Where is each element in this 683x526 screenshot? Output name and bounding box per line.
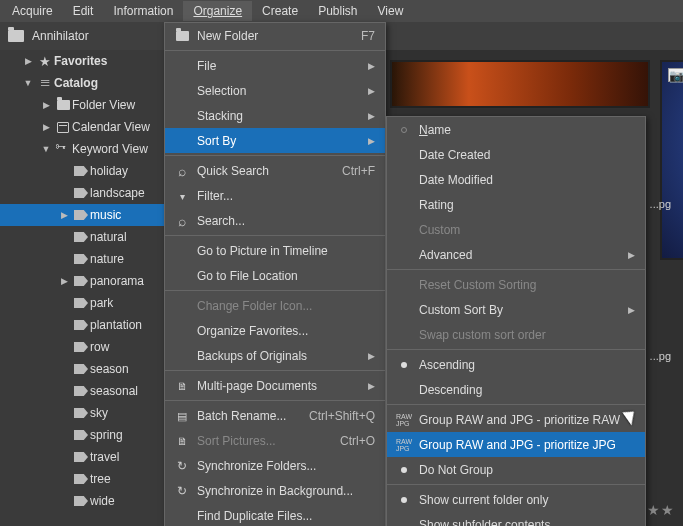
menu-organize[interactable]: Organize — [183, 1, 252, 21]
submenu-arrow-icon: ▶ — [354, 111, 375, 121]
menu-item-label: Go to File Location — [193, 269, 375, 283]
organize-menu-item[interactable]: Batch Rename...Ctrl+Shift+Q — [165, 403, 385, 428]
menu-edit[interactable]: Edit — [63, 1, 104, 21]
sortby-menu-item[interactable]: Name — [387, 117, 645, 142]
radio-on-icon — [401, 497, 407, 503]
menu-item-label: Name — [415, 123, 635, 137]
menu-create[interactable]: Create — [252, 1, 308, 21]
organize-menu-item[interactable]: Quick SearchCtrl+F — [165, 158, 385, 183]
organize-menu-item[interactable]: Selection▶ — [165, 78, 385, 103]
tag-icon — [74, 496, 88, 506]
sortby-menu-item[interactable]: Show current folder only — [387, 487, 645, 512]
sortby-menu-item[interactable]: Advanced▶ — [387, 242, 645, 267]
tag-icon — [74, 430, 88, 440]
menu-item-label: Synchronize in Background... — [193, 484, 375, 498]
path-segment[interactable]: Annihilator — [32, 29, 89, 43]
organize-menu-item[interactable]: Go to Picture in Timeline — [165, 238, 385, 263]
menu-item-label: Advanced — [415, 248, 614, 262]
organize-menu-item[interactable]: Synchronize in Background... — [165, 478, 385, 503]
tag-icon — [74, 232, 88, 242]
menu-shortcut: F7 — [341, 29, 375, 43]
tag-icon — [74, 298, 88, 308]
menu-publish[interactable]: Publish — [308, 1, 367, 21]
sortby-submenu: NameDate CreatedDate ModifiedRatingCusto… — [386, 116, 646, 526]
organize-menu-item[interactable]: File▶ — [165, 53, 385, 78]
menu-item-label: Search... — [193, 214, 375, 228]
menu-item-label: Organize Favorites... — [193, 324, 375, 338]
menu-item-label: Date Modified — [415, 173, 635, 187]
thumb-rating[interactable]: ★★ — [647, 502, 675, 518]
organize-menu-item[interactable]: Search... — [165, 208, 385, 233]
sync-icon — [177, 484, 187, 498]
search-icon — [178, 163, 186, 179]
menu-information[interactable]: Information — [103, 1, 183, 21]
organize-menu-item[interactable]: Stacking▶ — [165, 103, 385, 128]
submenu-arrow-icon: ▶ — [354, 381, 375, 391]
radio-on-icon — [401, 467, 407, 473]
thumbnail[interactable] — [390, 60, 650, 108]
tag-icon — [74, 276, 88, 286]
organize-menu-item[interactable]: Go to File Location — [165, 263, 385, 288]
sortby-menu-item[interactable]: Descending — [387, 377, 645, 402]
sortby-menu-item[interactable]: Do Not Group — [387, 457, 645, 482]
menu-view[interactable]: View — [368, 1, 414, 21]
batch-icon — [177, 409, 187, 423]
camera-badge-icon: 📷 — [668, 68, 683, 82]
thumbnail[interactable]: 📷 🏷 ↻ — [660, 60, 683, 260]
folder-icon — [57, 100, 70, 110]
menu-item-label: Filter... — [193, 189, 375, 203]
submenu-arrow-icon: ▶ — [354, 86, 375, 96]
tag-icon — [74, 210, 88, 220]
menu-item-label: Batch Rename... — [193, 409, 289, 423]
menu-item-label: Group RAW and JPG - prioritize JPG — [415, 438, 635, 452]
menu-item-label: Custom — [415, 223, 635, 237]
menu-item-label: File — [193, 59, 354, 73]
tag-icon — [74, 386, 88, 396]
organize-menu: New FolderF7File▶Selection▶Stacking▶Sort… — [164, 22, 386, 526]
menu-item-label: Go to Picture in Timeline — [193, 244, 375, 258]
menu-item-label: Swap custom sort order — [415, 328, 635, 342]
sortby-menu-item[interactable]: Show subfolder contents — [387, 512, 645, 526]
organize-menu-item[interactable]: Backups of Originals▶ — [165, 343, 385, 368]
menu-item-label: Selection — [193, 84, 354, 98]
tag-icon — [74, 474, 88, 484]
sortby-menu-item[interactable]: Ascending — [387, 352, 645, 377]
organize-menu-item[interactable]: Synchronize Folders... — [165, 453, 385, 478]
radio-off-icon — [401, 127, 407, 133]
thumb-filename: ...pg — [650, 198, 671, 210]
sortby-menu-item[interactable]: Custom Sort By▶ — [387, 297, 645, 322]
tag-icon — [74, 320, 88, 330]
menu-shortcut: Ctrl+Shift+Q — [289, 409, 375, 423]
menu-shortcut: Ctrl+F — [322, 164, 375, 178]
sortby-menu-item[interactable]: RAWJPGGroup RAW and JPG - prioritize JPG — [387, 432, 645, 457]
doc-icon — [177, 379, 188, 393]
sync-icon — [177, 459, 187, 473]
menu-item-label: Sort By — [193, 134, 354, 148]
menu-item-label: Do Not Group — [415, 463, 635, 477]
sortby-menu-item[interactable]: Rating — [387, 192, 645, 217]
organize-menu-item[interactable]: Find Duplicate Files... — [165, 503, 385, 526]
organize-menu-item[interactable]: Organize Favorites... — [165, 318, 385, 343]
sortby-menu-item[interactable]: Date Created — [387, 142, 645, 167]
submenu-arrow-icon: ▶ — [614, 250, 635, 260]
organize-menu-item[interactable]: New FolderF7 — [165, 23, 385, 48]
menu-item-label: Synchronize Folders... — [193, 459, 375, 473]
menu-item-label: Date Created — [415, 148, 635, 162]
menu-acquire[interactable]: Acquire — [2, 1, 63, 21]
sortby-menu-item[interactable]: Date Modified — [387, 167, 645, 192]
menu-item-label: Stacking — [193, 109, 354, 123]
catalog-icon — [36, 77, 54, 90]
menu-item-label: Find Duplicate Files... — [193, 509, 375, 523]
tag-icon — [74, 408, 88, 418]
tag-icon — [74, 452, 88, 462]
menubar: Acquire Edit Information Organize Create… — [0, 0, 683, 22]
tag-icon — [74, 188, 88, 198]
organize-menu-item[interactable]: Sort By▶ — [165, 128, 385, 153]
organize-menu-item[interactable]: Multi-page Documents▶ — [165, 373, 385, 398]
jpgraw-icon: RAWJPG — [396, 438, 412, 452]
sortby-menu-item[interactable]: RAWJPGGroup RAW and JPG - prioritize RAW — [387, 407, 645, 432]
organize-menu-item: Change Folder Icon... — [165, 293, 385, 318]
organize-menu-item[interactable]: Filter... — [165, 183, 385, 208]
keyword-icon — [57, 143, 69, 155]
menu-shortcut: Ctrl+O — [320, 434, 375, 448]
